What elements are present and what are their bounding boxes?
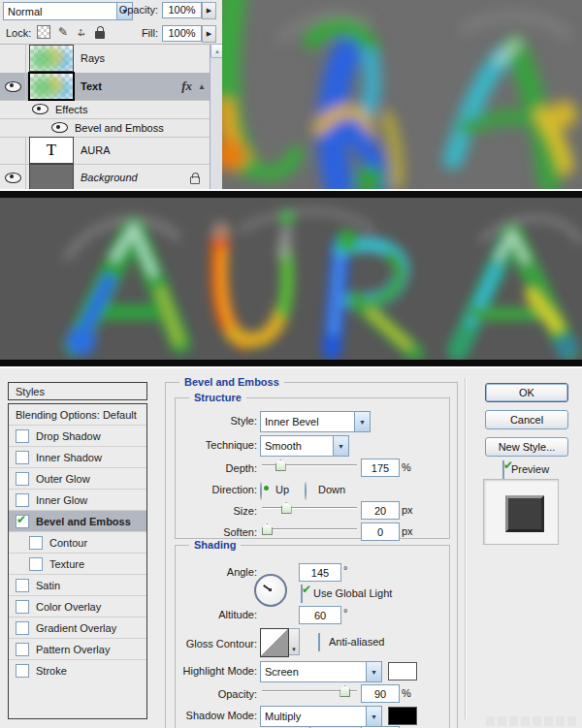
depth-input[interactable] <box>361 459 400 477</box>
styles-item-inner-shadow[interactable]: Inner Shadow <box>9 447 146 468</box>
canvas-zoom-preview[interactable] <box>222 0 582 191</box>
slider-thumb[interactable] <box>281 502 292 514</box>
collapse-effects-icon[interactable]: ▲ <box>198 82 206 91</box>
styles-item-bevel-emboss[interactable]: Bevel and Emboss <box>9 511 146 532</box>
photoshop-screenshot: Normal ▼ Opacity: 100% ▶ Lock: ✎ ↔↕ Fill… <box>0 0 582 728</box>
chevron-down-icon[interactable]: ▼ <box>333 436 348 456</box>
layer-thumbnail[interactable] <box>29 45 74 72</box>
size-input[interactable] <box>361 501 400 520</box>
soften-slider[interactable] <box>262 523 357 535</box>
soften-input[interactable] <box>361 522 400 541</box>
visibility-toggle[interactable] <box>0 137 26 164</box>
styles-item-drop-shadow[interactable]: Drop Shadow <box>9 426 146 447</box>
checkbox[interactable] <box>16 621 29 635</box>
eye-icon[interactable] <box>32 104 48 114</box>
opacity-value[interactable]: 100% <box>162 2 202 18</box>
layer-row-background[interactable]: Background <box>0 164 210 192</box>
direction-down-radio[interactable] <box>305 482 307 500</box>
layer-thumbnail[interactable] <box>29 73 74 100</box>
visibility-toggle[interactable] <box>0 164 26 191</box>
layer-thumbnail[interactable] <box>29 164 74 191</box>
slider-thumb[interactable] <box>340 685 350 697</box>
layer-row-bevel-emboss[interactable]: Bevel and Emboss <box>0 118 210 138</box>
text-layer-thumbnail[interactable]: T <box>29 137 74 164</box>
anti-aliased-checkbox[interactable] <box>318 633 320 651</box>
checkbox[interactable] <box>16 664 29 678</box>
highlight-mode-select[interactable]: Screen▼ <box>260 661 382 682</box>
styles-item-pattern-overlay[interactable]: Pattern Overlay <box>9 639 146 660</box>
styles-item-satin[interactable]: Satin <box>9 575 146 596</box>
chevron-down-icon[interactable]: ▼ <box>354 412 370 431</box>
chevron-down-icon[interactable]: ▼ <box>289 628 300 655</box>
effect-item-label: Bevel and Emboss <box>75 122 210 134</box>
opacity-arrow-icon[interactable]: ▶ <box>202 2 216 19</box>
shadow-mode-select[interactable]: Multiply▼ <box>260 706 382 727</box>
styles-item-outer-glow[interactable]: Outer Glow <box>9 468 146 490</box>
angle-dial[interactable] <box>254 574 287 607</box>
direction-up-radio[interactable] <box>260 482 262 500</box>
highlight-opacity-slider[interactable] <box>262 685 357 697</box>
watermark <box>486 716 576 726</box>
ok-button[interactable]: OK <box>485 383 568 402</box>
layer-row-effects[interactable]: Effects <box>0 100 210 119</box>
layer-name: Text <box>81 80 181 92</box>
styles-item-inner-glow[interactable]: Inner Glow <box>9 490 146 511</box>
eye-icon[interactable] <box>51 122 68 133</box>
checkbox[interactable] <box>16 472 29 486</box>
visibility-toggle[interactable] <box>0 44 26 73</box>
lock-transparency-icon[interactable] <box>37 25 50 39</box>
slider-thumb[interactable] <box>262 523 273 535</box>
styles-item-texture[interactable]: Texture <box>9 554 146 575</box>
fill-arrow-icon[interactable]: ▶ <box>202 25 216 43</box>
altitude-input[interactable] <box>299 606 341 624</box>
cancel-button[interactable]: Cancel <box>485 410 568 429</box>
angle-input[interactable] <box>299 563 341 582</box>
size-slider[interactable] <box>262 502 357 514</box>
checkbox-checked[interactable] <box>16 515 29 528</box>
styles-item-contour[interactable]: Contour <box>9 532 146 554</box>
visibility-toggle[interactable] <box>0 73 26 100</box>
fx-icon[interactable]: fx <box>181 79 192 94</box>
styles-item-blending-options[interactable]: Blending Options: Default <box>9 404 146 426</box>
checkbox[interactable] <box>16 493 29 507</box>
style-select[interactable]: Inner Bevel▼ <box>260 411 371 432</box>
depth-unit: % <box>402 461 411 474</box>
layers-scrollbar[interactable]: ▲ <box>210 44 223 191</box>
checkbox[interactable] <box>29 557 43 571</box>
chevron-down-icon[interactable]: ▼ <box>366 707 381 726</box>
fill-value[interactable]: 100% <box>162 25 202 42</box>
opacity-label: Opacity: <box>97 4 158 16</box>
new-style-button[interactable]: New Style... <box>485 437 568 457</box>
layer-row-text[interactable]: Text fx ▲ <box>0 73 210 101</box>
technique-select[interactable]: Smooth▼ <box>260 435 349 457</box>
altitude-label: Altitude: <box>179 609 257 621</box>
direction-up-label: Up <box>275 484 289 496</box>
depth-slider[interactable] <box>262 459 357 471</box>
checkbox[interactable] <box>16 451 29 464</box>
slider-thumb[interactable] <box>275 459 286 471</box>
gloss-contour-picker[interactable]: ▼ <box>260 628 300 657</box>
layer-row-rays[interactable]: Rays <box>0 44 210 74</box>
lock-paint-brush-icon[interactable]: ✎ <box>58 26 68 38</box>
checkbox[interactable] <box>29 536 43 550</box>
styles-item-color-overlay[interactable]: Color Overlay <box>9 596 146 617</box>
layer-name: Background <box>81 172 190 183</box>
lock-move-icon[interactable]: ↔↕ <box>76 26 87 38</box>
use-global-light-checkbox[interactable] <box>301 585 303 603</box>
checkbox[interactable] <box>16 643 29 656</box>
styles-item-gradient-overlay[interactable]: Gradient Overlay <box>9 617 146 639</box>
shading-title: Shading <box>189 539 241 551</box>
preview-checkbox[interactable] <box>502 460 504 479</box>
blend-mode-bar: Normal ▼ Opacity: 100% ▶ <box>0 0 222 22</box>
styles-item-stroke[interactable]: Stroke <box>9 660 146 681</box>
highlight-opacity-input[interactable] <box>361 684 400 703</box>
gloss-contour-thumbnail[interactable] <box>260 628 289 657</box>
size-label: Size: <box>179 505 257 518</box>
checkbox[interactable] <box>16 600 29 614</box>
shadow-color-swatch[interactable] <box>388 707 417 725</box>
highlight-color-swatch[interactable] <box>388 662 417 681</box>
checkbox[interactable] <box>16 429 29 443</box>
checkbox[interactable] <box>16 579 29 592</box>
chevron-down-icon[interactable]: ▼ <box>366 662 381 681</box>
layer-row-aura[interactable]: T AURA <box>0 137 210 165</box>
